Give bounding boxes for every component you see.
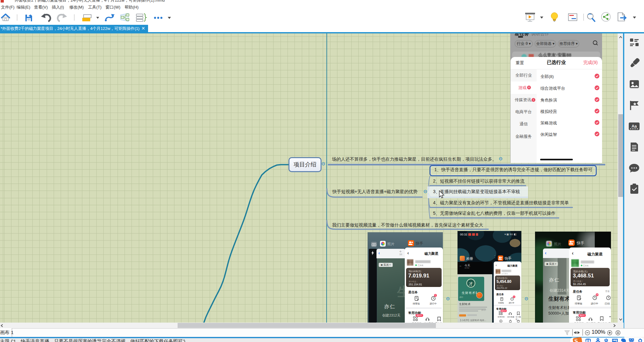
svg-text:Aa: Aa [632, 124, 637, 129]
